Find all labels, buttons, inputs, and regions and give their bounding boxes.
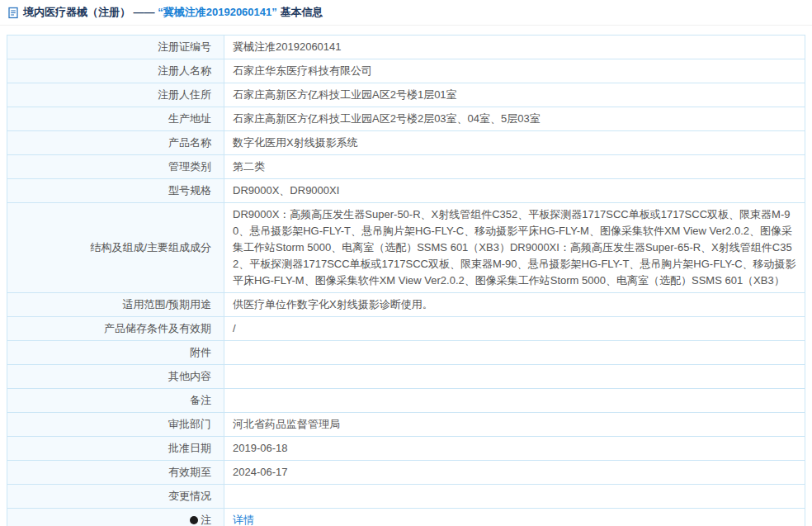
row-value: DR9000X：高频高压发生器Super-50-R、X射线管组件C352、平板探… — [224, 203, 805, 293]
table-row-other-content: 其他内容 — [7, 365, 805, 389]
row-label: 注册人住所 — [7, 83, 224, 107]
row-label: 注册证编号 — [7, 36, 224, 59]
row-value: 数字化医用X射线摄影系统 — [224, 131, 805, 155]
table-row-change-status: 变更情况 — [7, 485, 805, 509]
row-label: 其他内容 — [7, 365, 224, 389]
row-label: 型号规格 — [7, 179, 224, 203]
note-label: 注 — [201, 514, 211, 526]
row-value: 2024-06-17 — [224, 461, 805, 485]
table-row-approval-department: 审批部门 河北省药品监督管理局 — [7, 413, 805, 437]
row-label: 适用范围/预期用途 — [7, 293, 224, 317]
table-row-structure-composition: 结构及组成/主要组成成分 DR9000X：高频高压发生器Super-50-R、X… — [7, 203, 805, 293]
row-label: 注册人名称 — [7, 59, 224, 83]
table-row-storage-conditions: 产品储存条件及有效期 / — [7, 317, 805, 341]
table-row-model-spec: 型号规格 DR9000X、DR9000XI — [7, 179, 805, 203]
row-value: DR9000X、DR9000XI — [224, 179, 805, 203]
table-row-valid-until: 有效期至 2024-06-17 — [7, 461, 805, 485]
document-icon — [7, 7, 19, 19]
row-label: 附件 — [7, 341, 224, 365]
row-value: 冀械注准20192060141 — [224, 36, 805, 59]
detail-link[interactable]: 详情 — [233, 514, 254, 526]
table-row-product-name: 产品名称 数字化医用X射线摄影系统 — [7, 131, 805, 155]
table-row-note: 注 详情 — [7, 509, 805, 526]
row-value: 详情 — [224, 509, 805, 526]
row-label: 有效期至 — [7, 461, 224, 485]
row-label: 管理类别 — [7, 155, 224, 179]
row-value: 河北省药品监督管理局 — [224, 413, 805, 437]
row-value: 2019-06-18 — [224, 437, 805, 461]
page-title: 境内医疗器械（注册） —— “冀械注准20192060141” 基本信息 — [23, 5, 323, 20]
page-header: 境内医疗器械（注册） —— “冀械注准20192060141” 基本信息 — [0, 0, 812, 26]
row-value — [224, 389, 805, 413]
row-label: 结构及组成/主要组成成分 — [7, 203, 224, 293]
table-row-remarks: 备注 — [7, 389, 805, 413]
row-value: 供医疗单位作数字化X射线摄影诊断使用。 — [224, 293, 805, 317]
row-value: 石家庄高新区方亿科技工业园A区2号楼1层01室 — [224, 83, 805, 107]
row-value — [224, 341, 805, 365]
title-registration-number: “冀械注准20192060141” — [158, 6, 277, 18]
table-row-approval-date: 批准日期 2019-06-18 — [7, 437, 805, 461]
table-row-attachments: 附件 — [7, 341, 805, 365]
table-row-intended-use: 适用范围/预期用途 供医疗单位作数字化X射线摄影诊断使用。 — [7, 293, 805, 317]
row-value — [224, 365, 805, 389]
table-row-registrant-name: 注册人名称 石家庄华东医疗科技有限公司 — [7, 59, 805, 83]
row-value: 石家庄高新区方亿科技工业园A区2号楼2层03室、04室、5层03室 — [224, 107, 805, 131]
row-label: 生产地址 — [7, 107, 224, 131]
registration-info-table: 注册证编号 冀械注准20192060141 注册人名称 石家庄华东医疗科技有限公… — [7, 35, 805, 526]
title-suffix: 基本信息 — [277, 6, 323, 18]
table-row-registration-number: 注册证编号 冀械注准20192060141 — [7, 36, 805, 59]
row-label: 变更情况 — [7, 485, 224, 509]
note-icon — [190, 516, 198, 524]
table-row-production-address: 生产地址 石家庄高新区方亿科技工业园A区2号楼2层03室、04室、5层03室 — [7, 107, 805, 131]
row-value: 第二类 — [224, 155, 805, 179]
row-label: 审批部门 — [7, 413, 224, 437]
row-label: 批准日期 — [7, 437, 224, 461]
row-value: / — [224, 317, 805, 341]
row-value — [224, 485, 805, 509]
row-label: 产品名称 — [7, 131, 224, 155]
row-value: 石家庄华东医疗科技有限公司 — [224, 59, 805, 83]
row-label: 注 — [7, 509, 224, 526]
table-row-registrant-address: 注册人住所 石家庄高新区方亿科技工业园A区2号楼1层01室 — [7, 83, 805, 107]
title-prefix: 境内医疗器械（注册） —— — [23, 6, 158, 18]
row-label: 产品储存条件及有效期 — [7, 317, 224, 341]
table-row-management-category: 管理类别 第二类 — [7, 155, 805, 179]
row-label: 备注 — [7, 389, 224, 413]
